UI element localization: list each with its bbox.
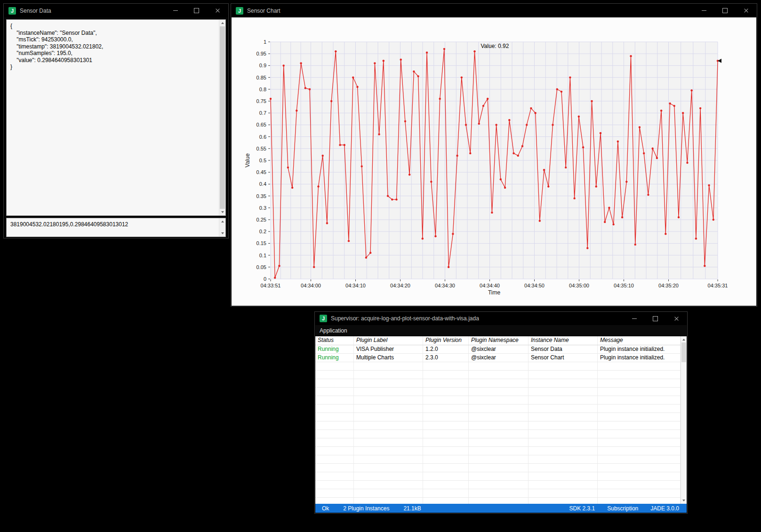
status-cell: Running — [315, 354, 354, 362]
json-view-pane[interactable]: { "instanceName": "Sensor Data", "msTick… — [6, 19, 226, 216]
table-row[interactable] — [315, 489, 681, 498]
scroll-down-icon[interactable] — [219, 230, 225, 237]
json-line: "numSamples": 195.0, — [10, 50, 216, 57]
titlebar-sensor-chart[interactable]: J Sensor Chart — [231, 4, 757, 17]
x-tick-label: 04:34:20 — [390, 283, 410, 288]
app-icon-letter: J — [322, 316, 325, 321]
table-cell — [354, 396, 423, 404]
status-ok: Ok — [322, 505, 329, 512]
maximize-icon — [194, 8, 199, 13]
table-row[interactable] — [315, 472, 681, 481]
table-rows: RunningVISA Publisher1.2.0@sixclearSenso… — [315, 345, 681, 504]
column-header[interactable]: Message — [598, 336, 681, 345]
table-cell — [423, 447, 469, 455]
latest-value-cursor-icon — [718, 59, 721, 63]
titlebar-supervisor[interactable]: J Supervisor: acquire-log-and-plot-senso… — [315, 312, 687, 325]
scroll-down-icon[interactable] — [219, 209, 225, 215]
table-cell — [423, 438, 469, 446]
status-cell — [315, 362, 354, 370]
table-cell — [469, 455, 529, 463]
scroll-up-icon[interactable] — [219, 218, 225, 225]
close-icon — [744, 8, 749, 13]
table-row[interactable] — [315, 388, 681, 396]
column-header[interactable]: Plugin Label — [354, 336, 423, 345]
table-cell — [423, 379, 469, 387]
table-row[interactable] — [315, 371, 681, 379]
table-cell — [469, 498, 529, 504]
table-cell — [598, 362, 681, 370]
table-cell — [469, 472, 529, 480]
table-cell — [598, 413, 681, 421]
table-row[interactable]: RunningMultiple Charts2.3.0@sixclearSens… — [315, 354, 681, 362]
json-scrollbar[interactable] — [219, 20, 225, 215]
table-row[interactable] — [315, 413, 681, 421]
scroll-up-icon[interactable] — [219, 20, 225, 26]
status-cell — [315, 489, 354, 497]
json-text: { "instanceName": "Sensor Data", "msTick… — [7, 20, 218, 215]
close-button[interactable] — [666, 312, 687, 325]
column-header[interactable]: Plugin Version — [423, 336, 469, 345]
scroll-thumb[interactable] — [220, 26, 225, 209]
status-data-size: 21.1kB — [403, 505, 421, 512]
scroll-down-icon[interactable] — [681, 497, 687, 504]
table-cell — [469, 464, 529, 472]
log-text-container: 3819004532.02180195,0.29846409583013012 — [7, 218, 218, 237]
maximize-button[interactable] — [186, 4, 207, 17]
table-scrollbar[interactable] — [681, 336, 687, 504]
scroll-up-icon[interactable] — [681, 336, 687, 343]
log-view-pane[interactable]: 3819004532.02180195,0.29846409583013012 — [6, 218, 226, 237]
table-cell — [529, 438, 598, 446]
table-row[interactable] — [315, 379, 681, 388]
json-line: "timestamp": 3819004532.021802, — [10, 43, 216, 50]
column-header[interactable]: Plugin Namespace — [469, 336, 529, 345]
table-cell — [423, 388, 469, 396]
table-cell — [469, 447, 529, 455]
column-header[interactable]: Instance Name — [529, 336, 598, 345]
table-row[interactable] — [315, 396, 681, 405]
json-line: { — [10, 23, 216, 30]
jade-app-icon: J — [236, 7, 243, 15]
table-cell — [354, 430, 423, 438]
table-cell — [423, 371, 469, 379]
table-row[interactable] — [315, 464, 681, 472]
status-bar-left: Ok 2 Plugin Instances 21.1kB — [315, 505, 421, 512]
scroll-thumb[interactable] — [681, 342, 686, 362]
maximize-button[interactable] — [645, 312, 666, 325]
sensor-value-chart[interactable]: 00.050.10.150.20.250.30.350.40.450.50.55… — [232, 17, 757, 307]
table-row[interactable] — [315, 455, 681, 464]
menu-application[interactable]: Application — [315, 325, 352, 336]
table-row[interactable] — [315, 362, 681, 371]
status-cell — [315, 464, 354, 472]
close-icon — [674, 316, 679, 321]
table-row[interactable] — [315, 438, 681, 447]
minimize-button[interactable] — [624, 312, 645, 325]
titlebar-sensor-data[interactable]: J Sensor Data — [4, 4, 228, 17]
table-row[interactable] — [315, 405, 681, 413]
column-header[interactable]: Status — [315, 336, 354, 345]
table-cell — [354, 438, 423, 446]
table-row[interactable]: RunningVISA Publisher1.2.0@sixclearSenso… — [315, 345, 681, 354]
table-row[interactable] — [315, 481, 681, 489]
table-cell — [423, 413, 469, 421]
maximize-icon — [722, 8, 728, 13]
window-supervisor: J Supervisor: acquire-log-and-plot-senso… — [314, 311, 688, 514]
y-tick-label: 0.2 — [259, 229, 266, 234]
close-button[interactable] — [207, 4, 228, 17]
close-button[interactable] — [736, 4, 757, 17]
app-icon-letter: J — [11, 8, 14, 14]
table-row[interactable] — [315, 498, 681, 504]
minimize-button[interactable] — [693, 4, 714, 17]
window-controls — [693, 4, 757, 17]
table-row[interactable] — [315, 421, 681, 430]
maximize-button[interactable] — [714, 4, 736, 17]
log-line: 3819004532.02180195,0.29846409583013012 — [10, 221, 128, 228]
minimize-button[interactable] — [165, 4, 186, 17]
table-cell — [469, 430, 529, 438]
table-row[interactable] — [315, 447, 681, 455]
table-cell: @sixclear — [469, 354, 529, 362]
log-scrollbar[interactable] — [219, 218, 225, 237]
table-cell — [529, 455, 598, 463]
table-row[interactable] — [315, 430, 681, 438]
table-cell — [598, 447, 681, 455]
status-cell — [315, 405, 354, 413]
